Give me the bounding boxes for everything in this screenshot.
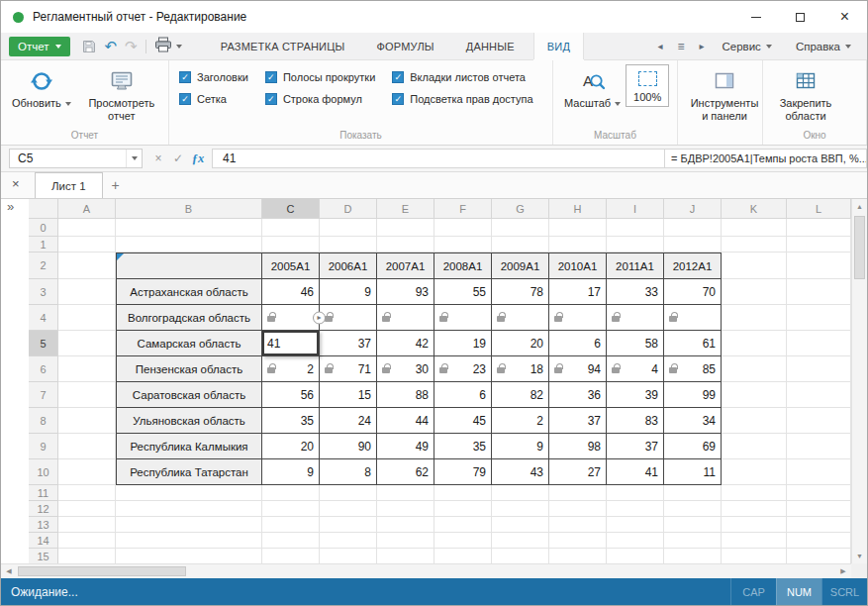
- cell-E15[interactable]: [377, 549, 434, 563]
- cell-J1[interactable]: [664, 237, 722, 252]
- vertical-scrollbar[interactable]: ▲ ▼: [851, 199, 867, 563]
- undo-button[interactable]: ↶: [105, 39, 118, 53]
- cell-F13[interactable]: [434, 517, 492, 533]
- cell-K8[interactable]: [722, 408, 787, 434]
- cell-F12[interactable]: [434, 501, 492, 517]
- row-header-8[interactable]: 8: [29, 408, 58, 434]
- cell-H5[interactable]: 6: [549, 331, 607, 356]
- cell-I2[interactable]: 2011A1: [607, 252, 664, 279]
- cell-A10[interactable]: [58, 459, 116, 485]
- cell-C4[interactable]: ▸: [262, 305, 320, 331]
- cell-D5[interactable]: 37: [320, 331, 377, 356]
- cell-A3[interactable]: [58, 279, 116, 305]
- cell-D15[interactable]: [320, 549, 377, 563]
- cell-L2[interactable]: [787, 252, 851, 279]
- cell-J2[interactable]: 2012A1: [664, 252, 722, 279]
- cell-K13[interactable]: [722, 517, 787, 533]
- cell-I6[interactable]: 4: [607, 356, 664, 382]
- cell-E7[interactable]: 88: [377, 382, 434, 408]
- cell-H12[interactable]: [549, 501, 607, 517]
- cell-I15[interactable]: [607, 549, 664, 563]
- cell-E12[interactable]: [377, 501, 434, 517]
- cell-I9[interactable]: 37: [607, 434, 664, 459]
- column-header-G[interactable]: G: [492, 199, 549, 219]
- cell-A0[interactable]: [58, 219, 116, 237]
- cell-D9[interactable]: 90: [320, 434, 377, 459]
- cell-G15[interactable]: [492, 549, 549, 563]
- cell-B6[interactable]: Пензенская область: [116, 356, 262, 382]
- cell-D10[interactable]: 8: [320, 459, 377, 485]
- freeze-panes-button[interactable]: Закрепить области: [769, 64, 842, 126]
- row-header-1[interactable]: 1: [29, 237, 58, 252]
- cell-H8[interactable]: 37: [549, 408, 607, 434]
- cell-K2[interactable]: [722, 252, 787, 279]
- toggle-scrollbars[interactable]: ✓ Полосы прокрутки: [265, 71, 375, 83]
- cell-C2[interactable]: 2005A1: [262, 252, 320, 279]
- cell-I12[interactable]: [607, 501, 664, 517]
- column-header-K[interactable]: K: [722, 199, 787, 219]
- cell-D11[interactable]: [320, 485, 377, 501]
- column-header-J[interactable]: J: [664, 199, 722, 219]
- cell-L13[interactable]: [787, 517, 851, 533]
- row-header-12[interactable]: 12: [29, 501, 58, 517]
- column-header-E[interactable]: E: [377, 199, 434, 219]
- cell-H11[interactable]: [549, 485, 607, 501]
- cell-reference-box[interactable]: C5: [9, 149, 143, 168]
- toggle-sheet-tabs[interactable]: ✓ Вкладки листов отчета: [392, 71, 532, 83]
- cell-B7[interactable]: Саратовская область: [116, 382, 262, 408]
- cell-G10[interactable]: 43: [492, 459, 549, 485]
- cell-E13[interactable]: [377, 517, 434, 533]
- refresh-button[interactable]: Обновить: [7, 64, 76, 113]
- cell-D6[interactable]: 71: [320, 356, 377, 382]
- cell-D14[interactable]: [320, 533, 377, 549]
- cell-G12[interactable]: [492, 501, 549, 517]
- cell-H15[interactable]: [549, 549, 607, 563]
- help-menu[interactable]: Справка: [784, 33, 863, 59]
- cell-C3[interactable]: 46: [262, 279, 320, 305]
- cell-E5[interactable]: 42: [377, 331, 434, 356]
- cell-A12[interactable]: [58, 501, 116, 517]
- column-header-D[interactable]: D: [320, 199, 377, 219]
- cell-C12[interactable]: [262, 501, 320, 517]
- row-header-13[interactable]: 13: [29, 517, 58, 533]
- tab-data[interactable]: ДАННЫЕ: [453, 33, 528, 59]
- cell-F2[interactable]: 2008A1: [434, 252, 492, 279]
- cell-C6[interactable]: 2: [262, 356, 320, 382]
- maximize-button[interactable]: [778, 1, 822, 33]
- expand-panel-chevron-icon[interactable]: »: [7, 199, 14, 214]
- formula-input[interactable]: 41: [212, 149, 664, 168]
- row-header-9[interactable]: 9: [29, 434, 58, 459]
- cell-L15[interactable]: [787, 549, 851, 563]
- cell-E3[interactable]: 93: [377, 279, 434, 305]
- cell-B2[interactable]: [116, 252, 262, 279]
- vertical-scroll-thumb[interactable]: [854, 216, 865, 279]
- toggle-grid[interactable]: ✓ Сетка: [179, 93, 248, 105]
- add-sheet-button[interactable]: +: [103, 172, 129, 198]
- cell-F5[interactable]: 19: [434, 331, 492, 356]
- cell-B12[interactable]: [116, 501, 262, 517]
- cell-C15[interactable]: [262, 549, 320, 563]
- cell-D7[interactable]: 15: [320, 382, 377, 408]
- cell-G1[interactable]: [492, 237, 549, 252]
- cell-B13[interactable]: [116, 517, 262, 533]
- cell-J12[interactable]: [664, 501, 722, 517]
- column-header-H[interactable]: H: [549, 199, 607, 219]
- cell-A13[interactable]: [58, 517, 116, 533]
- cell-L10[interactable]: [787, 459, 851, 485]
- row-header-15[interactable]: 15: [29, 549, 58, 563]
- close-button[interactable]: ×: [822, 1, 867, 33]
- tab-formulas[interactable]: ФОРМУЛЫ: [364, 33, 447, 59]
- cell-D0[interactable]: [320, 219, 377, 237]
- drill-arrow-icon[interactable]: ▸: [313, 311, 326, 324]
- row-header-5[interactable]: 5: [29, 331, 58, 356]
- cell-F15[interactable]: [434, 549, 492, 563]
- cell-L4[interactable]: [787, 305, 851, 331]
- cell-E10[interactable]: 62: [377, 459, 434, 485]
- cell-K4[interactable]: [722, 305, 787, 331]
- cell-A5[interactable]: [58, 331, 116, 356]
- minimize-button[interactable]: [733, 1, 778, 33]
- cell-A2[interactable]: [58, 252, 116, 279]
- cell-G14[interactable]: [492, 533, 549, 549]
- cell-H13[interactable]: [549, 517, 607, 533]
- print-button[interactable]: [154, 37, 182, 55]
